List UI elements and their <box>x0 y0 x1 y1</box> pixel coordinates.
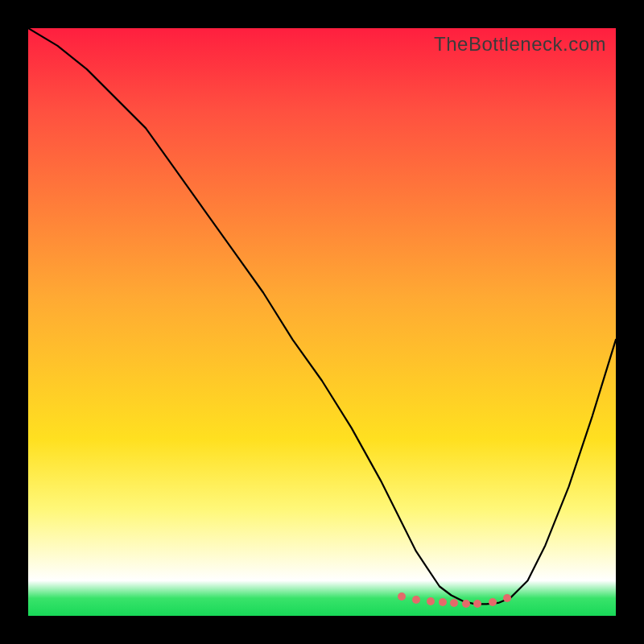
highlight-dot <box>398 592 406 601</box>
highlight-dot <box>489 598 497 606</box>
highlight-dot <box>439 598 447 606</box>
highlight-dot <box>462 600 470 608</box>
highlight-dot <box>427 597 435 605</box>
marker-layer <box>28 28 616 616</box>
plot-frame: TheBottleneck.com <box>28 28 616 616</box>
highlight-dot <box>412 596 420 604</box>
highlight-dot <box>473 600 481 608</box>
highlight-dot <box>450 599 458 607</box>
highlight-dot <box>503 594 511 602</box>
